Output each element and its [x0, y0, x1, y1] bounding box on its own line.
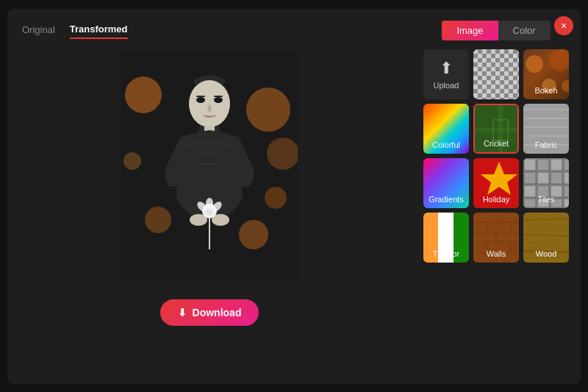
modal: × Original Transformed [7, 9, 581, 384]
svg-rect-43 [537, 159, 549, 171]
svg-point-4 [145, 207, 171, 233]
svg-rect-42 [524, 159, 536, 171]
tab-original[interactable]: Original [22, 24, 55, 39]
fabric-label: Fabric [523, 140, 569, 149]
walls-label: Walls [473, 249, 519, 258]
svg-point-2 [246, 88, 290, 132]
svg-point-1 [125, 76, 162, 113]
colorful-label: Colorful [423, 140, 469, 149]
download-icon: ⬇ [178, 307, 187, 318]
bg-fabric-item[interactable]: Fabric [523, 104, 569, 154]
left-panel: Original Transformed [7, 9, 412, 384]
bg-upload-item[interactable]: ⬆ Upload [423, 49, 469, 99]
svg-rect-15 [214, 96, 223, 97]
toggle-image-button[interactable]: Image [442, 21, 498, 40]
tabs-container: Original Transformed [22, 24, 397, 39]
bg-gradients-item[interactable]: Gradients [423, 158, 469, 208]
download-button[interactable]: ⬇ Download [160, 299, 259, 326]
tricolor-label: Tricolor [423, 249, 469, 258]
svg-point-26 [549, 49, 569, 71]
app-container: × Original Transformed [0, 0, 588, 392]
bg-transparent-item[interactable] [473, 49, 519, 99]
upload-label: Upload [434, 81, 459, 90]
main-image [121, 51, 298, 279]
wood-label: Wood [523, 249, 569, 258]
image-container [121, 51, 298, 279]
svg-point-13 [214, 97, 223, 103]
bg-tricolor-item[interactable]: Tricolor [423, 213, 469, 263]
bg-bokeh-item[interactable]: Bokeh [523, 49, 569, 99]
svg-rect-44 [551, 159, 562, 171]
image-color-toggle: Image Color [442, 21, 550, 40]
bg-colorful-item[interactable]: Colorful [423, 104, 469, 154]
svg-rect-45 [564, 159, 569, 171]
svg-rect-47 [537, 172, 549, 184]
bg-cricket-item[interactable]: Cricket [473, 104, 519, 154]
cricket-label: Cricket [475, 139, 517, 148]
svg-point-25 [526, 55, 543, 73]
tiles-label: Tiles [523, 195, 569, 204]
close-button[interactable]: × [554, 16, 573, 35]
holiday-label: Holiday [473, 195, 519, 204]
svg-point-7 [267, 138, 298, 170]
svg-point-3 [239, 220, 268, 249]
svg-rect-46 [524, 172, 536, 184]
bg-holiday-item[interactable]: Holiday [473, 158, 519, 208]
svg-line-73 [523, 226, 569, 227]
svg-point-12 [196, 97, 205, 103]
svg-rect-48 [551, 172, 562, 184]
bokeh-label: Bokeh [523, 86, 569, 95]
svg-rect-49 [564, 172, 569, 184]
download-label: Download [193, 307, 242, 318]
bg-wood-item[interactable]: Wood [523, 213, 569, 263]
gradients-label: Gradients [423, 195, 469, 204]
bg-walls-item[interactable]: Walls [473, 213, 519, 263]
svg-rect-14 [196, 96, 205, 97]
background-grid: ⬆ Upload Bokeh [423, 49, 569, 263]
right-panel: Image Color ⬆ Upload [412, 9, 581, 384]
toggle-color-button[interactable]: Color [498, 21, 551, 40]
svg-point-5 [265, 187, 287, 209]
bg-tiles-item[interactable]: Tiles [523, 158, 569, 208]
svg-point-6 [123, 152, 141, 170]
tab-transformed[interactable]: Transformed [70, 24, 128, 39]
upload-icon: ⬆ [440, 59, 453, 78]
